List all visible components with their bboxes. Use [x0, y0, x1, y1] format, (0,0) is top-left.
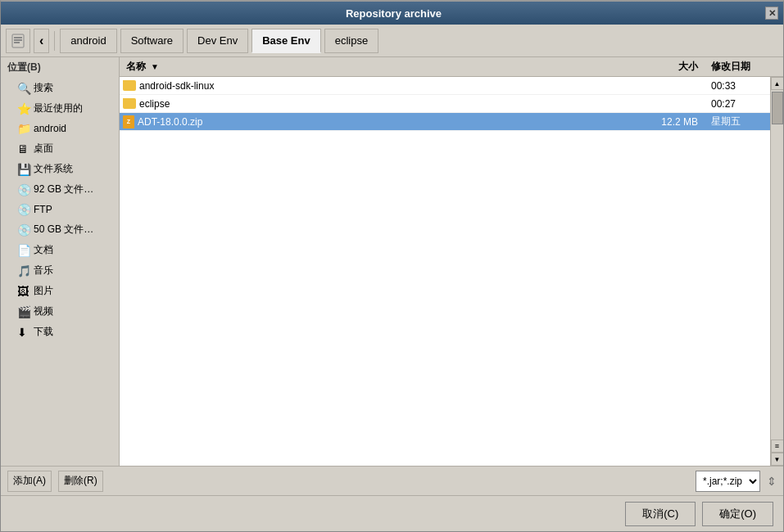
- table-row[interactable]: eclipse 00:27: [120, 95, 770, 113]
- close-button[interactable]: ✕: [765, 7, 778, 20]
- sidebar-item-50gb[interactable]: 💿 50 GB 文件…: [1, 219, 119, 240]
- tab-eclipse[interactable]: eclipse: [324, 29, 378, 53]
- sidebar-item-92gb[interactable]: 💿 92 GB 文件…: [1, 179, 119, 200]
- videos-icon: 🎬: [17, 305, 30, 318]
- sidebar-item-recent[interactable]: ⭐ 最近使用的: [1, 98, 119, 119]
- music-icon: 🎵: [17, 264, 30, 277]
- scroll-corner[interactable]: ≡: [771, 440, 784, 453]
- file-size-adt: 12.2 MB: [631, 116, 705, 128]
- 50gb-icon: 💿: [17, 223, 30, 237]
- android-icon: 📁: [17, 122, 30, 135]
- sort-arrow: ▼: [151, 62, 159, 71]
- tab-android[interactable]: android: [60, 29, 116, 53]
- svg-rect-3: [14, 42, 20, 43]
- file-name-adt: Z ADT-18.0.0.zip: [120, 115, 631, 128]
- titlebar: Repository archive ✕: [1, 2, 783, 25]
- sidebar-item-videos[interactable]: 🎬 视频: [1, 301, 119, 322]
- content-area: 位置(B) 🔍 搜索 ⭐ 最近使用的 📁 android 🖥 桌面 💾 文件系统: [1, 57, 783, 466]
- tab-baseenv[interactable]: Base Env: [252, 29, 321, 53]
- file-date-android-sdk: 00:33: [705, 80, 770, 92]
- pictures-icon: 🖼: [17, 285, 30, 298]
- sidebar: 位置(B) 🔍 搜索 ⭐ 最近使用的 📁 android 🖥 桌面 💾 文件系统: [1, 57, 120, 466]
- svg-rect-1: [14, 37, 22, 38]
- scroll-down-btn[interactable]: ▼: [771, 453, 784, 466]
- main-panel: 名称 ▼ 大小 修改日期 android-sdk-linu: [120, 57, 783, 466]
- sidebar-item-desktop[interactable]: 🖥 桌面: [1, 138, 119, 159]
- folder-icon: [123, 80, 136, 91]
- table-row[interactable]: android-sdk-linux 00:33: [120, 77, 770, 95]
- downloads-icon: ⬇: [17, 326, 30, 339]
- tab-software[interactable]: Software: [120, 29, 184, 53]
- file-list: android-sdk-linux 00:33 eclipse: [120, 77, 770, 466]
- file-date-adt: 星期五: [705, 115, 770, 128]
- filesystem-icon: 💾: [17, 163, 30, 176]
- header-date[interactable]: 修改日期: [705, 60, 770, 74]
- sidebar-item-music[interactable]: 🎵 音乐: [1, 260, 119, 281]
- docs-icon: 📄: [17, 244, 30, 257]
- main-window: Repository archive ✕ ‹ android Software …: [0, 0, 784, 532]
- file-name-eclipse: eclipse: [120, 98, 631, 110]
- cancel-button[interactable]: 取消(C): [625, 502, 696, 526]
- 92gb-icon: 💿: [17, 183, 30, 196]
- remove-button[interactable]: 删除(R): [58, 471, 103, 492]
- add-button[interactable]: 添加(A): [7, 471, 52, 492]
- bottom-bar: 添加(A) 删除(R) *.jar;*.zip ⇕: [1, 466, 783, 495]
- sidebar-item-downloads[interactable]: ⬇ 下载: [1, 322, 119, 342]
- confirm-button[interactable]: 确定(O): [702, 502, 773, 526]
- zip-icon: Z: [123, 115, 134, 128]
- sidebar-item-docs[interactable]: 📄 文档: [1, 240, 119, 260]
- file-list-header: 名称 ▼ 大小 修改日期: [120, 57, 783, 77]
- header-size[interactable]: 大小: [631, 60, 705, 74]
- svg-rect-2: [14, 39, 22, 41]
- file-date-eclipse: 00:27: [705, 98, 770, 110]
- table-row[interactable]: Z ADT-18.0.0.zip 12.2 MB 星期五: [120, 113, 770, 131]
- folder-icon: [123, 98, 136, 109]
- bookmark-icon-btn[interactable]: [6, 29, 30, 53]
- sidebar-item-android[interactable]: 📁 android: [1, 119, 119, 138]
- file-list-area: android-sdk-linux 00:33 eclipse: [120, 77, 783, 466]
- sidebar-item-filesystem[interactable]: 💾 文件系统: [1, 159, 119, 179]
- scroll-up-btn[interactable]: ▲: [771, 77, 784, 90]
- desktop-icon: 🖥: [17, 142, 30, 156]
- header-name[interactable]: 名称 ▼: [120, 60, 631, 74]
- back-button[interactable]: ‹: [34, 29, 49, 53]
- separator: [54, 31, 55, 51]
- scrollbar[interactable]: ▲ ≡ ▼: [770, 77, 783, 466]
- filter-select[interactable]: *.jar;*.zip: [696, 471, 760, 492]
- sidebar-item-ftp[interactable]: 💿 FTP: [1, 200, 119, 219]
- tab-devenv[interactable]: Dev Env: [187, 29, 248, 53]
- ftp-icon: 💿: [17, 203, 30, 216]
- sidebar-item-search[interactable]: 🔍 搜索: [1, 78, 119, 98]
- toolbar: ‹ android Software Dev Env Base Env ecli…: [1, 25, 783, 57]
- search-icon: 🔍: [17, 82, 30, 95]
- scroll-thumb[interactable]: [772, 92, 783, 124]
- sidebar-location-header: 位置(B): [1, 57, 119, 78]
- filter-spinner[interactable]: ⇕: [767, 475, 777, 488]
- sidebar-item-pictures[interactable]: 🖼 图片: [1, 281, 119, 301]
- window-title: Repository archive: [22, 7, 765, 20]
- recent-icon: ⭐: [17, 102, 30, 115]
- action-bar: 取消(C) 确定(O): [1, 495, 783, 531]
- file-name-android-sdk: android-sdk-linux: [120, 80, 631, 92]
